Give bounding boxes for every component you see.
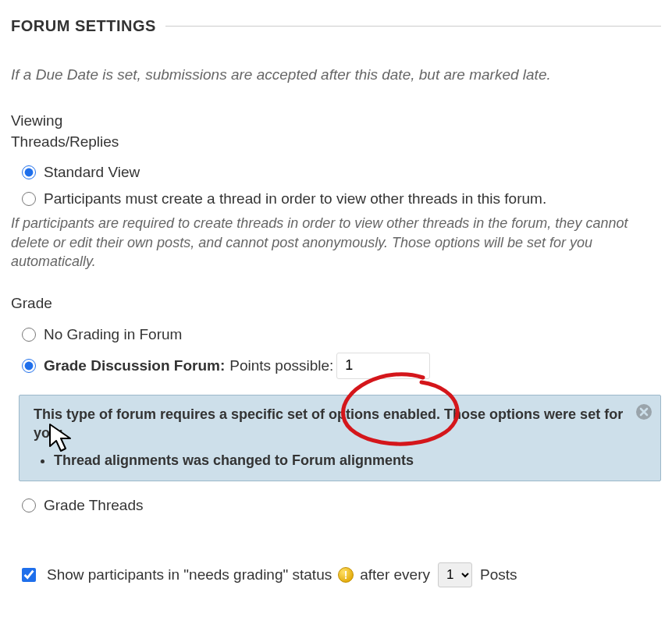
- viewing-label-line2: Threads/Replies: [11, 133, 661, 152]
- radio-no-grading-label: No Grading in Forum: [44, 326, 182, 343]
- viewing-sub-hint: If participants are required to create t…: [11, 214, 661, 271]
- points-possible-input[interactable]: [336, 353, 430, 379]
- radio-grade-threads[interactable]: Grade Threads: [11, 492, 661, 519]
- due-date-hint: If a Due Date is set, submissions are ac…: [11, 66, 661, 83]
- needs-grading-select[interactable]: 1: [438, 562, 472, 587]
- radio-standard-view-label: Standard View: [44, 164, 140, 181]
- radio-grade-forum[interactable]: Grade Discussion Forum: Points possible:: [11, 348, 661, 384]
- exclamation-icon: !: [338, 567, 354, 583]
- radio-standard-view-input[interactable]: [22, 165, 36, 179]
- radio-grade-forum-input[interactable]: [22, 359, 36, 373]
- close-icon[interactable]: [635, 403, 652, 420]
- radio-must-create-label: Participants must create a thread in ord…: [44, 190, 546, 207]
- radio-grade-forum-label: Grade Discussion Forum:: [44, 357, 225, 374]
- viewing-radio-group: Standard View Participants must create a…: [11, 159, 661, 212]
- radio-must-create-input[interactable]: [22, 192, 36, 206]
- grade-threads-group: Grade Threads: [11, 492, 661, 519]
- header-rule: [165, 26, 661, 27]
- radio-must-create[interactable]: Participants must create a thread in ord…: [11, 186, 661, 212]
- needs-grading-checkbox[interactable]: [22, 568, 36, 582]
- info-box-list: Thread alignments was changed to Forum a…: [54, 451, 626, 470]
- info-box-title: This type of forum requires a specific s…: [34, 405, 626, 443]
- grade-radio-group: No Grading in Forum Grade Discussion For…: [11, 321, 661, 384]
- radio-grade-threads-input[interactable]: [22, 498, 36, 513]
- needs-grading-mid: after every: [360, 566, 430, 583]
- radio-grade-threads-label: Grade Threads: [44, 497, 143, 514]
- points-possible-label: Points possible:: [229, 357, 333, 374]
- grade-label: Grade: [11, 294, 661, 314]
- needs-grading-suffix: Posts: [480, 566, 517, 583]
- radio-standard-view[interactable]: Standard View: [11, 159, 661, 186]
- info-box-item: Thread alignments was changed to Forum a…: [54, 451, 626, 470]
- needs-grading-row[interactable]: Show participants in "needs grading" sta…: [11, 558, 661, 592]
- info-box: This type of forum requires a specific s…: [19, 395, 661, 481]
- section-header: FORUM SETTINGS: [11, 17, 661, 35]
- radio-no-grading[interactable]: No Grading in Forum: [11, 321, 661, 348]
- page-title: FORUM SETTINGS: [11, 17, 156, 35]
- radio-no-grading-input[interactable]: [22, 328, 36, 342]
- needs-grading-prefix: Show participants in "needs grading" sta…: [47, 566, 332, 583]
- viewing-label-line1: Viewing: [11, 112, 661, 131]
